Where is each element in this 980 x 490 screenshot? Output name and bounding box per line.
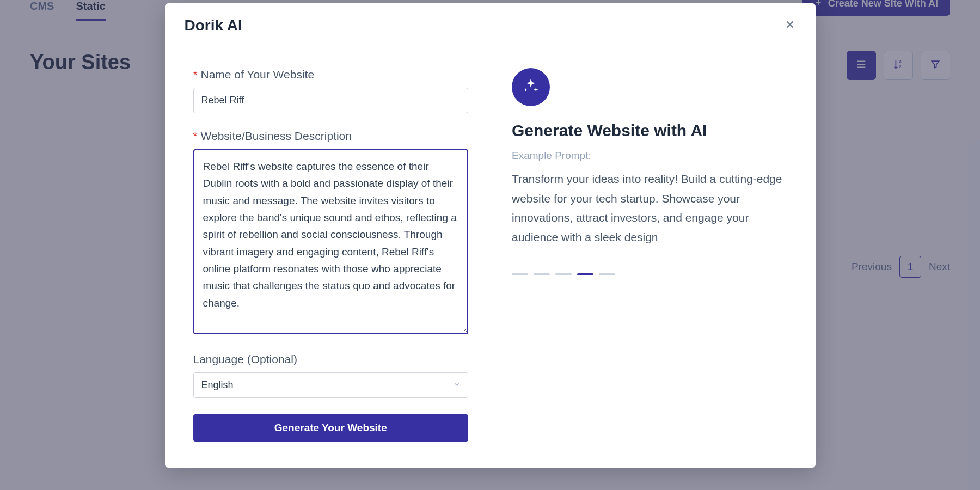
website-name-label: Name of Your Website <box>193 68 469 81</box>
carousel-indicators <box>512 273 787 275</box>
carousel-dot-4[interactable] <box>577 273 593 275</box>
language-select[interactable]: English <box>193 372 469 398</box>
carousel-dot-3[interactable] <box>555 273 572 275</box>
carousel-dot-2[interactable] <box>534 273 550 275</box>
close-button[interactable] <box>782 16 798 35</box>
info-body: Transform your ideas into reality! Build… <box>512 169 787 247</box>
info-heading: Generate Website with AI <box>512 121 787 140</box>
sparkle-icon <box>522 77 540 97</box>
website-desc-textarea[interactable] <box>193 149 469 334</box>
dorik-ai-modal: Dorik AI Name of Your Website Website/Bu… <box>165 3 816 468</box>
modal-header: Dorik AI <box>165 3 816 48</box>
carousel-dot-1[interactable] <box>512 273 528 275</box>
language-label: Language (Optional) <box>193 353 469 366</box>
close-icon <box>784 23 796 32</box>
website-name-input[interactable] <box>193 88 469 113</box>
modal-info-column: Generate Website with AI Example Prompt:… <box>512 68 787 442</box>
website-desc-label: Website/Business Description <box>193 130 469 143</box>
modal-form-column: Name of Your Website Website/Business De… <box>193 68 469 442</box>
modal-overlay: Dorik AI Name of Your Website Website/Bu… <box>0 0 980 490</box>
info-subheading: Example Prompt: <box>512 150 787 162</box>
modal-title: Dorik AI <box>185 17 242 34</box>
carousel-dot-5[interactable] <box>599 273 615 275</box>
ai-sparkle-badge <box>512 68 550 106</box>
generate-website-button[interactable]: Generate Your Website <box>193 414 469 442</box>
